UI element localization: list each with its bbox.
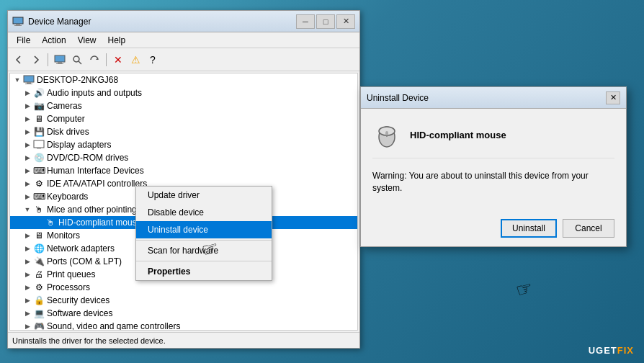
tree-software[interactable]: ▶ 💻 Software devices [10, 307, 357, 320]
close-button[interactable]: ✕ [336, 14, 355, 29]
dialog-buttons: Uninstall Cancel [361, 213, 626, 246]
keyboards-expand: ▶ [22, 191, 33, 202]
network-expand: ▶ [22, 243, 33, 254]
menu-view[interactable]: View [72, 34, 102, 47]
disk-expand: ▶ [22, 126, 33, 138]
security-icon: 🔒 [33, 295, 45, 306]
monitors-icon: 🖥 [33, 230, 45, 241]
tree-cameras[interactable]: ▶ 📷 Cameras [10, 99, 357, 112]
toolbar-computer[interactable] [52, 52, 68, 68]
ctx-scan-hardware[interactable]: Scan for hardware [136, 242, 272, 259]
device-manager-window: Device Manager ─ □ ✕ File Action View He… [7, 10, 360, 349]
tree-hid[interactable]: ▶ ⌨ Human Interface Devices [10, 164, 357, 177]
window-icon [12, 16, 24, 27]
display-label: Display adapters [47, 140, 111, 150]
dialog-title: Uninstall Device [367, 93, 429, 103]
cursor-hand-uninstall: ☞ [513, 277, 535, 302]
software-label: Software devices [47, 308, 112, 318]
computer-label: Computer [47, 114, 85, 124]
svg-rect-13 [37, 148, 41, 149]
sound-label: Sound, video and game controllers [47, 321, 180, 331]
title-bar-left: Device Manager [12, 16, 91, 27]
monitors-label: Monitors [47, 230, 80, 241]
toolbar-sep-2 [106, 53, 107, 66]
tree-disk[interactable]: ▶ 💾 Disk drives [10, 125, 357, 138]
minimize-button[interactable]: ─ [296, 14, 315, 29]
context-menu: Update driver Disable device Uninstall d… [135, 186, 272, 281]
computer-expand: ▶ [22, 113, 33, 125]
processors-icon: ⚙ [33, 282, 45, 293]
svg-rect-12 [34, 140, 44, 148]
ports-label: Ports (COM & LPT) [47, 256, 122, 266]
toolbar-help[interactable]: ? [145, 52, 161, 68]
svg-rect-4 [58, 62, 62, 63]
processors-expand: ▶ [22, 282, 33, 293]
tree-root[interactable]: ▼ DESKTOP-2NKGJ68 [10, 73, 357, 86]
toolbar-warning[interactable]: ⚠ [128, 52, 143, 68]
cameras-expand: ▶ [22, 100, 33, 112]
toolbar-back[interactable] [11, 52, 27, 68]
network-label: Network adapters [47, 243, 115, 254]
menu-file[interactable]: File [11, 34, 36, 47]
tree-display[interactable]: ▶ Display adapters [10, 138, 357, 151]
dvd-icon: 💿 [33, 152, 45, 163]
tree-dvd[interactable]: ▶ 💿 DVD/CD-ROM drives [10, 151, 357, 164]
svg-line-7 [79, 61, 81, 64]
status-bar: Uninstalls the driver for the selected d… [8, 332, 359, 348]
hid-label: Human Interface Devices [47, 166, 144, 176]
dialog-device-icon [372, 120, 401, 149]
print-icon: 🖨 [33, 269, 45, 280]
menu-action[interactable]: Action [36, 34, 71, 47]
software-icon: 💻 [33, 308, 45, 319]
device-manager-title-bar: Device Manager ─ □ ✕ [8, 11, 359, 32]
keyboards-icon: ⌨ [33, 191, 45, 202]
dialog-device-name: HID-compliant mouse [410, 130, 506, 140]
tree-audio[interactable]: ▶ 🔊 Audio inputs and outputs [10, 86, 357, 99]
status-text: Uninstalls the driver for the selected d… [12, 336, 166, 345]
computer-icon: 🖥 [33, 113, 45, 125]
security-expand: ▶ [22, 295, 33, 306]
svg-rect-2 [14, 25, 22, 26]
tree-computer[interactable]: ▶ 🖥 Computer [10, 112, 357, 125]
maximize-button[interactable]: □ [316, 14, 335, 29]
logo-fix: FIX [617, 345, 634, 356]
svg-rect-3 [55, 55, 65, 62]
sound-icon: 🎮 [33, 321, 45, 331]
keyboards-label: Keyboards [47, 192, 88, 202]
toolbar-search[interactable] [69, 52, 85, 68]
toolbar-forward[interactable] [28, 52, 44, 68]
tree-security[interactable]: ▶ 🔒 Security devices [10, 294, 357, 307]
ctx-properties[interactable]: Properties [136, 263, 272, 280]
audio-label: Audio inputs and outputs [47, 88, 142, 98]
hid-icon: ⌨ [33, 165, 45, 176]
menu-help[interactable]: Help [102, 34, 132, 47]
root-label: DESKTOP-2NKGJ68 [37, 75, 118, 85]
dialog-close-button[interactable]: ✕ [606, 91, 620, 104]
toolbar-refresh[interactable] [86, 52, 102, 68]
dialog-device-row: HID-compliant mouse [372, 120, 614, 158]
svg-rect-5 [56, 63, 63, 64]
software-expand: ▶ [22, 308, 33, 319]
cancel-button[interactable]: Cancel [563, 219, 614, 238]
disk-label: Disk drives [47, 127, 89, 137]
print-label: Print queues [47, 269, 95, 279]
security-label: Security devices [47, 295, 109, 305]
processors-label: Processors [47, 282, 90, 292]
logo: UGETFIX [589, 345, 634, 356]
uninstall-button[interactable]: Uninstall [501, 219, 557, 238]
ctx-disable-device[interactable]: Disable device [136, 204, 272, 221]
tree-processors[interactable]: ▶ ⚙ Processors [10, 281, 357, 294]
network-icon: 🌐 [33, 243, 45, 254]
toolbar-sep-1 [48, 53, 48, 66]
audio-expand: ▶ [22, 87, 33, 99]
toolbar-delete[interactable]: ✕ [110, 52, 126, 68]
cameras-label: Cameras [47, 101, 82, 111]
ctx-uninstall-device[interactable]: Uninstall device [136, 221, 272, 238]
title-bar-buttons: ─ □ ✕ [296, 14, 355, 29]
svg-rect-1 [16, 24, 20, 25]
ctx-update-driver[interactable]: Update driver [136, 187, 272, 204]
root-expand: ▼ [12, 74, 23, 86]
tree-sound[interactable]: ▶ 🎮 Sound, video and game controllers [10, 320, 357, 331]
mice-icon: 🖱 [33, 204, 45, 215]
print-expand: ▶ [22, 269, 33, 280]
